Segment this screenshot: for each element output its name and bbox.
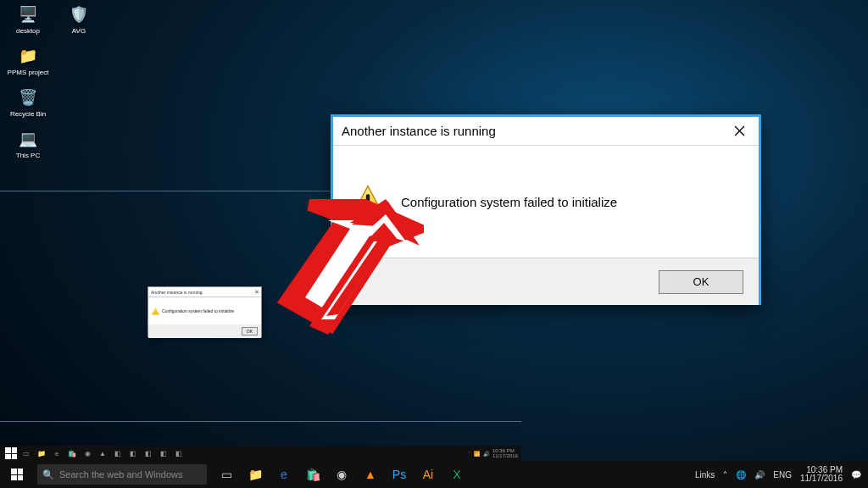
start-button[interactable] — [0, 461, 34, 488]
this-pc-icon: 💻 — [17, 128, 39, 150]
nested-edge-icon[interactable]: e — [49, 446, 64, 461]
nested-tray-chevron-icon[interactable]: ˄ — [468, 451, 470, 457]
desktop-icon-label: This PC — [16, 152, 40, 159]
taskbar-clock[interactable]: 10:36 PM 11/17/2016 — [800, 466, 843, 484]
close-icon — [734, 125, 745, 136]
nested-tray-volume-icon[interactable]: 🔊 — [483, 451, 489, 457]
nested-app-icon[interactable]: ◧ — [141, 446, 156, 461]
edge-icon[interactable]: e — [270, 461, 298, 488]
ok-button[interactable]: OK — [659, 270, 743, 294]
desktop-icon-label: AVG — [72, 27, 86, 35]
system-tray: Links ˄ 🌐 🔊 ENG 10:36 PM 11/17/2016 💬 — [688, 466, 868, 484]
nested-close-icon[interactable]: ✕ — [254, 287, 259, 297]
desktop-icon-label: desktop — [16, 27, 40, 35]
recycle-bin-icon: 🗑️ — [17, 86, 39, 108]
nested-explorer-icon[interactable]: 📁 — [34, 446, 49, 461]
dialog-body: Configuration system failed to initializ… — [333, 146, 759, 258]
nested-dialog-title: Another instance is running — [151, 290, 203, 295]
svg-point-4 — [365, 209, 370, 214]
desktop-icon-ppms[interactable]: 📁 PPMS project — [5, 45, 51, 76]
chrome-icon[interactable]: ◉ — [327, 461, 356, 488]
nested-taskbar: ▭ 📁 e 🛍️ ◉ ▲ ◧ ◧ ◧ ◧ ◧ ˄ 📶 🔊 10:36 PM 11… — [0, 446, 521, 461]
svg-rect-3 — [366, 194, 370, 207]
tray-volume-icon[interactable]: 🔊 — [754, 470, 765, 480]
file-explorer-icon[interactable]: 📁 — [241, 461, 270, 488]
windows-logo-icon — [11, 469, 23, 480]
nested-app-icon[interactable]: ◧ — [156, 446, 171, 461]
nested-taskbar-pinned: ▭ 📁 e 🛍️ ◉ ▲ ◧ ◧ ◧ ◧ ◧ — [3, 446, 186, 461]
tray-links-label[interactable]: Links — [695, 470, 715, 480]
desktop-icon-label: PPMS project — [8, 69, 49, 76]
desktop-icon-avg[interactable]: 🛡️ AVG — [56, 3, 102, 35]
nested-clock[interactable]: 10:36 PM 11/17/2016 — [492, 448, 518, 458]
nested-dialog-message: Configuration system failed to initializ… — [162, 308, 234, 313]
warning-icon — [350, 184, 386, 219]
nested-vlc-icon[interactable]: ▲ — [95, 446, 110, 461]
nested-chrome-icon[interactable]: ◉ — [80, 446, 95, 461]
tray-language[interactable]: ENG — [773, 470, 792, 480]
desktop-icon-this-pc[interactable]: 💻 This PC — [5, 128, 51, 159]
nested-taskview-icon[interactable]: ▭ — [19, 446, 34, 461]
taskbar: 🔍 Search the web and Windows ▭ 📁 e 🛍️ ◉ … — [0, 461, 868, 488]
dialog-footer: OK — [333, 258, 759, 305]
dialog-message: Configuration system failed to initializ… — [401, 195, 617, 209]
dialog-title: Another instance is running — [342, 124, 496, 138]
vlc-icon[interactable]: ▲ — [356, 461, 385, 488]
nested-system-tray: ˄ 📶 🔊 10:36 PM 11/17/2016 — [465, 448, 521, 458]
action-center-icon[interactable]: 💬 — [851, 470, 861, 480]
nested-ok-button[interactable]: OK — [242, 327, 258, 336]
nested-tray-network-icon[interactable]: 📶 — [474, 451, 480, 457]
illustrator-icon[interactable]: Ai — [414, 461, 442, 488]
desktop-icons-col1: 🖥️ desktop 📁 PPMS project 🗑️ Recycle Bin… — [5, 3, 51, 159]
nested-app-icon[interactable]: ◧ — [125, 446, 141, 461]
error-dialog: Another instance is running Configuratio… — [331, 114, 761, 305]
nested-app-icon[interactable]: ◧ — [171, 446, 186, 461]
nested-start-button[interactable] — [3, 446, 19, 461]
dialog-close-button[interactable] — [720, 117, 759, 145]
folder-icon: 📁 — [17, 45, 39, 67]
taskbar-pinned: ▭ 📁 e 🛍️ ◉ ▲ Ps Ai X — [212, 461, 471, 488]
search-icon: 🔍 — [42, 469, 54, 480]
tray-chevron-icon[interactable]: ˄ — [723, 470, 727, 480]
nested-error-dialog: Another instance is running ✕ Configurat… — [147, 286, 262, 337]
desktop-icon-label: Recycle Bin — [10, 110, 46, 118]
dialog-titlebar[interactable]: Another instance is running — [333, 117, 759, 146]
taskview-icon[interactable]: ▭ — [212, 461, 241, 488]
taskbar-search[interactable]: 🔍 Search the web and Windows — [37, 464, 207, 485]
desktop-glyph-icon: 🖥️ — [17, 3, 39, 25]
taskbar-clock-date: 11/17/2016 — [800, 474, 843, 484]
nested-warning-icon — [152, 308, 159, 315]
tray-network-icon[interactable]: 🌐 — [736, 470, 746, 480]
taskbar-search-placeholder: Search the web and Windows — [59, 469, 183, 480]
store-icon[interactable]: 🛍️ — [298, 461, 327, 488]
desktop-icon-desktop[interactable]: 🖥️ desktop — [5, 3, 51, 35]
desktop-icon-recycle-bin[interactable]: 🗑️ Recycle Bin — [5, 86, 51, 118]
excel-icon[interactable]: X — [442, 461, 471, 488]
nested-store-icon[interactable]: 🛍️ — [64, 446, 80, 461]
nested-dialog-titlebar: Another instance is running ✕ — [148, 287, 261, 297]
photoshop-icon[interactable]: Ps — [385, 461, 414, 488]
desktop-icons-col2: 🛡️ AVG — [56, 3, 102, 35]
nested-clock-date: 11/17/2016 — [492, 453, 518, 458]
avg-icon: 🛡️ — [68, 3, 90, 25]
nested-app-icon[interactable]: ◧ — [110, 446, 125, 461]
